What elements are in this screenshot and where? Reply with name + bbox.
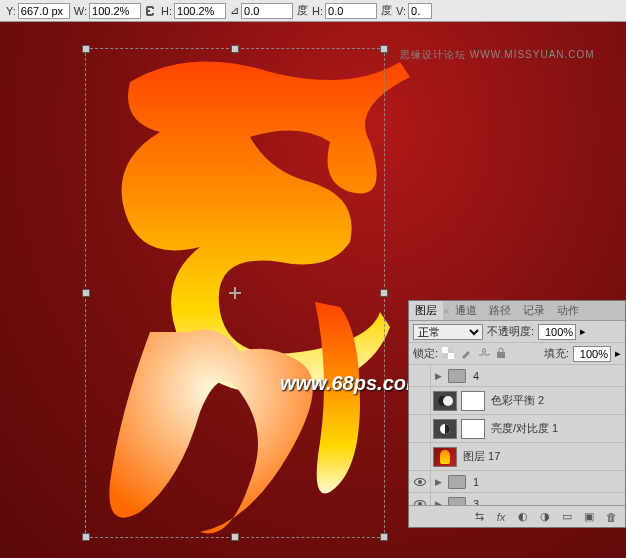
mask-thumb <box>461 391 485 411</box>
angle-label: ⊿ <box>230 4 239 17</box>
adjustment-thumb <box>433 391 457 411</box>
handle-n[interactable] <box>231 45 239 53</box>
new-group-icon[interactable]: ▭ <box>559 510 575 524</box>
trash-icon[interactable]: 🗑 <box>603 510 619 524</box>
height-input[interactable] <box>174 3 226 19</box>
skew-v-input[interactable] <box>408 3 432 19</box>
skew-h-input[interactable] <box>325 3 377 19</box>
panel-tabs: 图层 × 通道 路径 记录 动作 <box>409 301 625 321</box>
lock-transparency-icon[interactable] <box>442 347 456 361</box>
y-label: Y: <box>6 5 16 17</box>
svg-rect-2 <box>448 353 454 359</box>
handle-w[interactable] <box>82 289 90 297</box>
fill-input[interactable] <box>573 346 611 362</box>
blend-mode-select[interactable]: 正常 <box>413 324 483 340</box>
visibility-toggle[interactable] <box>409 471 431 492</box>
visibility-toggle[interactable] <box>409 493 431 505</box>
layer-group-1[interactable]: ▶ 1 <box>409 471 625 493</box>
skew-v-label: V: <box>396 5 406 17</box>
tab-actions[interactable]: 动作 <box>551 301 585 320</box>
layer-color-balance[interactable]: 色彩平衡 2 <box>409 387 625 415</box>
svg-point-5 <box>443 396 453 406</box>
tab-paths[interactable]: 路径 <box>483 301 517 320</box>
layers-list: ▶ 4 色彩平衡 2 亮度/对比度 1 图层 17 ▶ 1 <box>409 365 625 505</box>
handle-ne[interactable] <box>380 45 388 53</box>
mask-icon[interactable]: ◐ <box>515 510 531 524</box>
expand-icon[interactable]: ▶ <box>431 477 445 487</box>
layer-thumb <box>433 447 457 467</box>
angle-input[interactable] <box>241 3 293 19</box>
layer-group-3[interactable]: ▶ 3 <box>409 493 625 505</box>
fill-label: 填充: <box>544 346 569 361</box>
center-mark[interactable] <box>229 287 241 299</box>
visibility-toggle[interactable] <box>409 415 431 442</box>
visibility-toggle[interactable] <box>409 365 431 386</box>
adjustment-icon[interactable]: ◑ <box>537 510 553 524</box>
lock-move-icon[interactable] <box>478 347 492 361</box>
y-input[interactable] <box>18 3 70 19</box>
transform-options-bar: Y: W: H: ⊿ 度 H: 度 V: <box>0 0 626 22</box>
link-icon[interactable] <box>143 4 157 18</box>
opacity-arrow-icon[interactable]: ▸ <box>580 325 586 338</box>
transform-bounding-box[interactable] <box>85 48 385 538</box>
expand-icon[interactable]: ▶ <box>431 499 445 506</box>
panel-footer: ⇆ fx ◐ ◑ ▭ ▣ 🗑 <box>409 505 625 527</box>
opacity-label: 不透明度: <box>487 324 534 339</box>
handle-nw[interactable] <box>82 45 90 53</box>
fill-arrow-icon[interactable]: ▸ <box>615 347 621 360</box>
skew-h-unit: 度 <box>381 3 392 18</box>
fx-icon[interactable]: fx <box>493 510 509 524</box>
lock-all-icon[interactable] <box>496 347 510 361</box>
new-layer-icon[interactable]: ▣ <box>581 510 597 524</box>
folder-icon <box>448 497 466 506</box>
visibility-toggle[interactable] <box>409 443 431 470</box>
lock-fill-row: 锁定: 填充: ▸ <box>409 343 625 365</box>
handle-e[interactable] <box>380 289 388 297</box>
folder-icon <box>448 475 466 489</box>
svg-rect-3 <box>497 352 505 358</box>
opacity-input[interactable] <box>538 324 576 340</box>
eye-icon <box>414 478 426 486</box>
h-label: H: <box>161 5 172 17</box>
svg-rect-1 <box>442 347 448 353</box>
layers-panel: 图层 × 通道 路径 记录 动作 正常 不透明度: ▸ 锁定: 填充: ▸ ▶ … <box>408 300 626 528</box>
handle-sw[interactable] <box>82 533 90 541</box>
link-layers-icon[interactable]: ⇆ <box>471 510 487 524</box>
tab-layers[interactable]: 图层 <box>409 301 443 320</box>
layer-group-4[interactable]: ▶ 4 <box>409 365 625 387</box>
w-label: W: <box>74 5 87 17</box>
tab-history[interactable]: 记录 <box>517 301 551 320</box>
eye-icon <box>414 500 426 506</box>
blend-opacity-row: 正常 不透明度: ▸ <box>409 321 625 343</box>
handle-s[interactable] <box>231 533 239 541</box>
angle-unit: 度 <box>297 3 308 18</box>
tab-channels[interactable]: 通道 <box>449 301 483 320</box>
mask-thumb <box>461 419 485 439</box>
adjustment-thumb <box>433 419 457 439</box>
layer-17[interactable]: 图层 17 <box>409 443 625 471</box>
layer-brightness-contrast[interactable]: 亮度/对比度 1 <box>409 415 625 443</box>
visibility-toggle[interactable] <box>409 387 431 414</box>
width-input[interactable] <box>89 3 141 19</box>
expand-icon[interactable]: ▶ <box>431 371 445 381</box>
lock-label: 锁定: <box>413 346 438 361</box>
watermark-main: www.68ps.com <box>280 372 424 395</box>
lock-paint-icon[interactable] <box>460 347 474 361</box>
skew-h-label: H: <box>312 5 323 17</box>
folder-icon <box>448 369 466 383</box>
watermark-source: 思缘设计论坛 WWW.MISSYUAN.COM <box>400 48 595 62</box>
handle-se[interactable] <box>380 533 388 541</box>
